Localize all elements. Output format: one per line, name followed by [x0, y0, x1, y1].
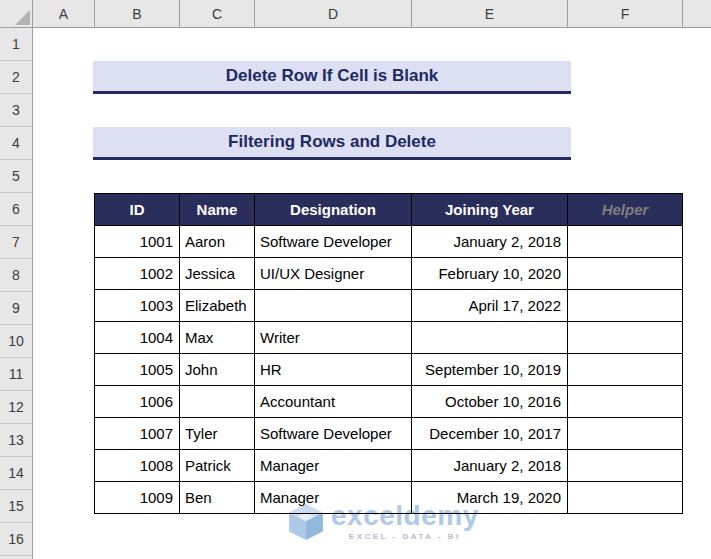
cell-designation[interactable]: Writer	[255, 322, 412, 354]
table-row: 1007 Tyler Software Developer December 1…	[95, 418, 683, 450]
cell-designation[interactable]: UI/UX Designer	[255, 258, 412, 290]
cell-name[interactable]: Tyler	[180, 418, 255, 450]
row-header-12[interactable]: 12	[0, 391, 32, 424]
column-header-g-partial[interactable]	[683, 0, 711, 27]
cell-id[interactable]: 1002	[95, 258, 180, 290]
table-row: 1001 Aaron Software Developer January 2,…	[95, 226, 683, 258]
row-header-13[interactable]: 13	[0, 424, 32, 457]
cell-helper[interactable]	[568, 418, 683, 450]
row-header-8[interactable]: 8	[0, 259, 32, 292]
row-header-5[interactable]: 5	[0, 160, 32, 193]
row-header-9[interactable]: 9	[0, 292, 32, 325]
table-row: 1005 John HR September 10, 2019	[95, 354, 683, 386]
cell-name[interactable]: Aaron	[180, 226, 255, 258]
row-header-10[interactable]: 10	[0, 325, 32, 358]
cell-designation[interactable]: HR	[255, 354, 412, 386]
cell-designation[interactable]: Manager	[255, 482, 412, 514]
row-header-16[interactable]: 16	[0, 523, 32, 556]
row-header-2[interactable]: 2	[0, 61, 32, 94]
column-header-b[interactable]: B	[95, 0, 180, 27]
select-all-triangle-icon	[15, 10, 30, 25]
cell-helper[interactable]	[568, 354, 683, 386]
sheet-grid: Delete Row If Cell is Blank Filtering Ro…	[33, 28, 711, 559]
cell-joining-year[interactable]: December 10, 2017	[412, 418, 568, 450]
cell-name[interactable]: John	[180, 354, 255, 386]
cell-name[interactable]: Elizabeth	[180, 290, 255, 322]
cell-id[interactable]: 1003	[95, 290, 180, 322]
cell-designation[interactable]: Accountant	[255, 386, 412, 418]
row-header-3[interactable]: 3	[0, 94, 32, 127]
header-name[interactable]: Name	[180, 194, 255, 226]
cell-name[interactable]	[180, 386, 255, 418]
cell-helper[interactable]	[568, 386, 683, 418]
table-row: 1004 Max Writer	[95, 322, 683, 354]
cell-id[interactable]: 1007	[95, 418, 180, 450]
row-header-11[interactable]: 11	[0, 358, 32, 391]
spreadsheet: A B C D E F 1 2 3 4 5 6 7 8 9 10 11 12 1…	[0, 0, 711, 559]
row-header-14[interactable]: 14	[0, 457, 32, 490]
data-table: ID Name Designation Joining Year Helper …	[94, 193, 683, 514]
cell-joining-year[interactable]: January 2, 2018	[412, 226, 568, 258]
cell-helper[interactable]	[568, 322, 683, 354]
row-header-7[interactable]: 7	[0, 226, 32, 259]
row-header-15[interactable]: 15	[0, 490, 32, 523]
column-header-e[interactable]: E	[412, 0, 568, 27]
header-helper[interactable]: Helper	[568, 194, 683, 226]
cell-name[interactable]: Max	[180, 322, 255, 354]
table-row: 1009 Ben Manager March 19, 2020	[95, 482, 683, 514]
cell-id[interactable]: 1009	[95, 482, 180, 514]
cell-joining-year[interactable]: March 19, 2020	[412, 482, 568, 514]
cell-helper[interactable]	[568, 258, 683, 290]
table-row: 1002 Jessica UI/UX Designer February 10,…	[95, 258, 683, 290]
cell-name[interactable]: Patrick	[180, 450, 255, 482]
title-banner-main[interactable]: Delete Row If Cell is Blank	[93, 61, 571, 94]
cell-joining-year[interactable]: February 10, 2020	[412, 258, 568, 290]
table-row: 1003 Elizabeth April 17, 2022	[95, 290, 683, 322]
table-row: 1008 Patrick Manager January 2, 2018	[95, 450, 683, 482]
header-designation[interactable]: Designation	[255, 194, 412, 226]
column-header-c[interactable]: C	[180, 0, 255, 27]
cell-joining-year[interactable]: January 2, 2018	[412, 450, 568, 482]
cell-id[interactable]: 1008	[95, 450, 180, 482]
cell-helper[interactable]	[568, 290, 683, 322]
cell-id[interactable]: 1006	[95, 386, 180, 418]
cell-designation[interactable]	[255, 290, 412, 322]
column-header-a[interactable]: A	[33, 0, 95, 27]
table-row: 1006 Accountant October 10, 2016	[95, 386, 683, 418]
cell-name[interactable]: Jessica	[180, 258, 255, 290]
cell-helper[interactable]	[568, 226, 683, 258]
row-header-4[interactable]: 4	[0, 127, 32, 160]
cell-id[interactable]: 1001	[95, 226, 180, 258]
cell-helper[interactable]	[568, 450, 683, 482]
cell-designation[interactable]: Software Developer	[255, 226, 412, 258]
cell-designation[interactable]: Manager	[255, 450, 412, 482]
column-header-strip: A B C D E F	[0, 0, 711, 28]
watermark-tagline: EXCEL - DATA - BI	[349, 532, 461, 541]
row-header-strip: 1 2 3 4 5 6 7 8 9 10 11 12 13 14 15 16	[0, 28, 33, 559]
cell-name[interactable]: Ben	[180, 482, 255, 514]
table-header-row: ID Name Designation Joining Year Helper	[95, 194, 683, 226]
title-banner-sub[interactable]: Filtering Rows and Delete	[93, 127, 571, 160]
cell-joining-year[interactable]: October 10, 2016	[412, 386, 568, 418]
cell-joining-year[interactable]: April 17, 2022	[412, 290, 568, 322]
header-id[interactable]: ID	[95, 194, 180, 226]
column-header-f[interactable]: F	[568, 0, 683, 27]
cell-joining-year[interactable]: September 10, 2019	[412, 354, 568, 386]
cell-id[interactable]: 1004	[95, 322, 180, 354]
cell-joining-year[interactable]	[412, 322, 568, 354]
header-joining-year[interactable]: Joining Year	[412, 194, 568, 226]
cell-designation[interactable]: Software Developer	[255, 418, 412, 450]
select-all-corner[interactable]	[0, 0, 33, 27]
column-header-d[interactable]: D	[255, 0, 412, 27]
row-header-1[interactable]: 1	[0, 28, 32, 61]
cell-helper[interactable]	[568, 482, 683, 514]
cell-id[interactable]: 1005	[95, 354, 180, 386]
row-header-6[interactable]: 6	[0, 193, 32, 226]
